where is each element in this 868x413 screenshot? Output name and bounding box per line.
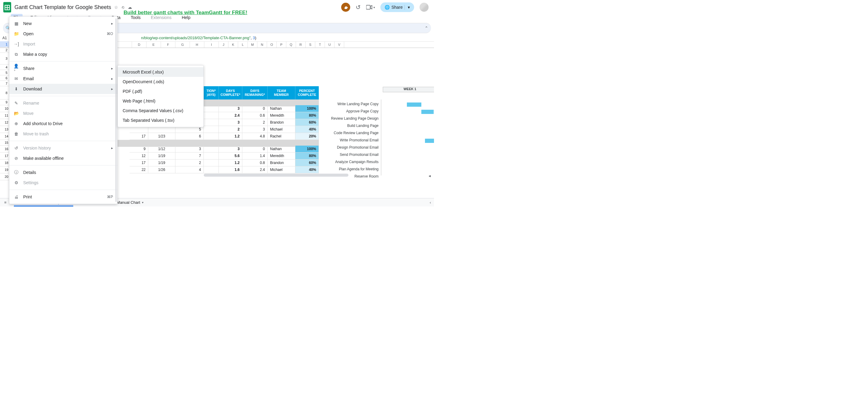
download-ods[interactable]: OpenDocument (.ods) <box>118 77 204 87</box>
history-icon: ↺ <box>13 145 19 151</box>
col-I[interactable]: I <box>204 41 219 48</box>
col-V[interactable]: V <box>335 41 344 48</box>
col-D[interactable]: D <box>132 41 147 48</box>
th-days-complete: DAYS COMPLETE* <box>219 86 242 99</box>
gantt-task-label: Analyze Campaign Results <box>319 160 378 164</box>
sheets-logo-icon[interactable] <box>3 2 11 13</box>
col-S[interactable]: S <box>306 41 315 48</box>
download-csv[interactable]: Comma Separated Values (.csv) <box>118 106 204 115</box>
col-T[interactable]: T <box>315 41 325 48</box>
star-icon[interactable]: ☆ <box>114 5 118 10</box>
gantt-task-label: Send Promotional Email <box>319 152 378 157</box>
menu-new[interactable]: ▦New▸ <box>9 19 117 29</box>
menu-details[interactable]: ⓘDetails <box>9 167 117 178</box>
gantt-task-label: Design Promotional Email <box>319 145 378 150</box>
menu-print[interactable]: 🖨Print⌘P <box>9 192 117 202</box>
svg-point-4 <box>346 7 347 7</box>
formula-number: 3 <box>253 36 255 40</box>
th-duration: TION* )AYS) <box>204 86 219 99</box>
gantt-task-label: Review Landing Page Design <box>319 116 378 121</box>
move-icon: 📂 <box>13 111 19 116</box>
share-button[interactable]: 🌐 Share ▾ <box>380 2 414 12</box>
col-R[interactable]: R <box>296 41 306 48</box>
account-avatar[interactable] <box>420 3 429 12</box>
formula-string: n/blog/wp-content/uploads/2018/02/Templa… <box>141 36 251 40</box>
gantt-task-label: Code Review Landing Page <box>319 131 378 135</box>
th-team-member: TEAM MEMBER <box>268 86 296 99</box>
download-xlsx[interactable]: Microsoft Excel (.xlsx) <box>118 67 204 77</box>
col-Q[interactable]: Q <box>286 41 296 48</box>
menu-open[interactable]: 📁Open⌘O <box>9 29 117 39</box>
menu-settings[interactable]: ⚙Settings <box>9 178 117 188</box>
menu-import[interactable]: →]Import <box>9 39 117 49</box>
collapse-toolbar-icon[interactable]: ⌃ <box>422 24 431 32</box>
download-icon: ⬇ <box>13 86 19 92</box>
table-row[interactable]: 121/1975.61.4Meredith80% <box>130 152 319 159</box>
col-U[interactable]: U <box>325 41 335 48</box>
meet-icon[interactable]: ▾ <box>366 5 375 10</box>
menu-trash[interactable]: 🗑Move to trash <box>9 129 117 139</box>
rename-icon: ✎ <box>13 100 19 106</box>
menu-download[interactable]: ⬇Download▸ <box>9 84 117 94</box>
menu-scrollbar[interactable] <box>115 19 117 202</box>
col-G[interactable]: G <box>176 41 190 48</box>
table-row[interactable]: 171/1921.20.8Brandon60% <box>130 159 319 167</box>
history-icon[interactable]: ↺ <box>355 4 361 11</box>
cloud-status-icon[interactable]: ☁ <box>128 5 132 10</box>
tab-scroll-left-icon[interactable]: ‹ <box>430 200 431 205</box>
gantt-bar <box>425 139 434 143</box>
col-H[interactable]: H <box>190 41 204 48</box>
col-L[interactable]: L <box>238 41 248 48</box>
document-title[interactable]: Gantt Chart Template for Google Sheets <box>14 4 111 10</box>
menu-add-shortcut[interactable]: ⊕Add shortcut to Drive <box>9 118 117 129</box>
file-menu-dropdown: ▦New▸ 📁Open⌘O →]Import ⧉Make a copy 👤⁺Sh… <box>9 16 118 204</box>
download-html[interactable]: Web Page (.html) <box>118 96 204 106</box>
col-E[interactable]: E <box>147 41 161 48</box>
globe-icon: 🌐 <box>384 5 390 10</box>
menu-move[interactable]: 📂Move <box>9 108 117 118</box>
week-1-header: WEEK 1 <box>383 87 434 92</box>
download-submenu: Microsoft Excel (.xlsx) OpenDocument (.o… <box>118 65 204 127</box>
th-days-remaining: DAYS REMAINING* <box>242 86 268 99</box>
table-row[interactable]: 91/12330Nathan100% <box>130 146 319 152</box>
col-P[interactable]: P <box>277 41 286 48</box>
copy-icon: ⧉ <box>13 52 19 57</box>
tab-manual-chart[interactable]: Manual Chart▾ <box>114 199 147 206</box>
table-row[interactable]: 221/2641.62.4Michael40% <box>130 167 319 173</box>
col-M[interactable]: M <box>248 41 257 48</box>
col-F[interactable]: F <box>161 41 176 48</box>
table-row[interactable]: 171/2361.24.8Rachel20% <box>130 133 319 140</box>
menu-rename[interactable]: ✎Rename <box>9 98 117 108</box>
drive-shortcut-icon: ⊕ <box>13 121 19 126</box>
import-icon: →] <box>13 41 19 47</box>
menu-version-history[interactable]: ↺Version history▸ <box>9 143 117 153</box>
print-icon: 🖨 <box>13 194 19 200</box>
col-N[interactable]: N <box>257 41 267 48</box>
trash-icon: 🗑 <box>13 131 19 137</box>
gantt-task-label: Plan Agenda for Meeting <box>319 167 378 171</box>
all-sheets-icon[interactable]: ≡ <box>2 200 9 205</box>
scroll-left-icon[interactable]: ◂ <box>427 174 432 178</box>
menu-offline[interactable]: ⊘Make available offline <box>9 153 117 164</box>
duck-extension-icon[interactable] <box>341 3 350 12</box>
share-dropdown-icon[interactable]: ▾ <box>404 5 413 10</box>
col-O[interactable]: O <box>267 41 277 48</box>
menu-share[interactable]: 👤⁺Share▸ <box>9 63 117 73</box>
new-file-icon: ▦ <box>13 21 19 26</box>
gantt-task-label: Write Promotional Email <box>319 138 378 142</box>
gantt-task-label: Approve Page Copy <box>319 109 378 113</box>
move-folder-icon[interactable]: ⎋ <box>122 5 124 10</box>
col-J[interactable]: J <box>219 41 228 48</box>
name-box-value: A1 <box>2 36 7 40</box>
download-pdf[interactable]: PDF (.pdf) <box>118 87 204 96</box>
menu-email[interactable]: ✉Email▸ <box>9 73 117 84</box>
gear-icon: ⚙ <box>13 180 19 185</box>
gantt-bar <box>421 110 433 114</box>
cta-banner-link[interactable]: Build better gantt charts with TeamGantt… <box>124 10 247 16</box>
download-tsv[interactable]: Tab Separated Values (.tsv) <box>118 115 204 125</box>
horizontal-scrollbar[interactable] <box>204 174 348 177</box>
menu-make-copy[interactable]: ⧉Make a copy <box>9 49 117 59</box>
person-add-icon: 👤⁺ <box>13 66 19 71</box>
col-K[interactable]: K <box>228 41 238 48</box>
svg-rect-5 <box>366 5 370 9</box>
